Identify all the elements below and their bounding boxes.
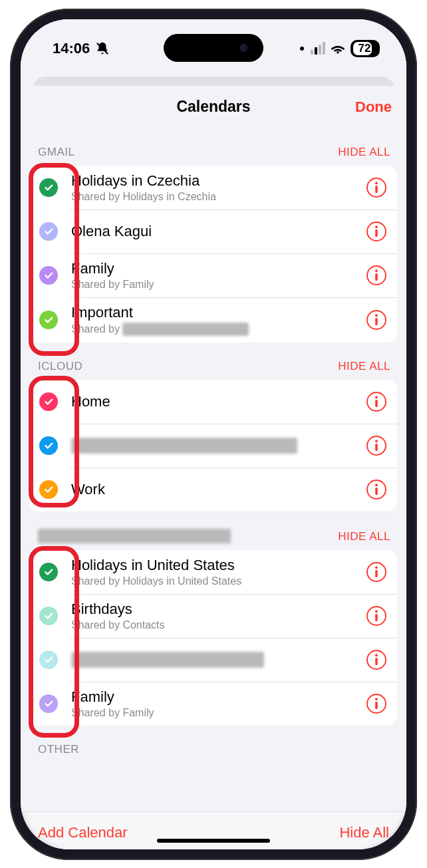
icloud-list: Home …	[30, 380, 397, 511]
svg-rect-8	[375, 318, 378, 325]
checkmark-icon[interactable]	[39, 694, 58, 713]
svg-point-21	[375, 698, 378, 700]
checkmark-icon[interactable]	[39, 392, 58, 411]
calendar-row[interactable]: Family Shared by Family	[30, 253, 397, 297]
row-text: Important Shared by	[71, 304, 360, 336]
hide-all-button[interactable]: HIDE ALL	[338, 530, 390, 543]
bell-silent-icon	[95, 41, 110, 56]
calendar-subtitle: Shared by	[71, 323, 360, 336]
calendar-row[interactable]: Important Shared by	[30, 297, 397, 343]
info-button[interactable]	[366, 480, 386, 500]
calendar-title: Family	[71, 688, 360, 706]
phone-frame: 14:06 72 Cal	[10, 9, 417, 860]
redacted-text	[71, 652, 264, 668]
info-button[interactable]	[366, 694, 386, 714]
row-text: Birthdays Shared by Contacts	[71, 601, 360, 631]
cellular-icon	[311, 42, 325, 55]
row-text: Olena Kagui	[71, 223, 360, 240]
calendar-row[interactable]: Holidays in Czechia Shared by Holidays i…	[30, 166, 397, 210]
calendar-row[interactable]: Birthdays Shared by Contacts	[30, 594, 397, 638]
hide-all-button[interactable]: HIDE ALL	[338, 360, 390, 373]
svg-rect-14	[375, 488, 378, 495]
svg-point-15	[375, 566, 378, 569]
svg-rect-12	[375, 444, 378, 451]
calendar-row[interactable]: Work	[30, 468, 397, 511]
svg-rect-16	[375, 570, 378, 577]
screen: 14:06 72 Cal	[21, 19, 406, 849]
section-label: OTHER	[38, 743, 79, 756]
info-button[interactable]	[366, 562, 386, 582]
svg-rect-22	[375, 702, 378, 709]
hide-all-button[interactable]: HIDE ALL	[338, 146, 390, 159]
row-text: Holidays in United States Shared by Holi…	[71, 557, 360, 587]
checkmark-icon[interactable]	[39, 266, 58, 285]
footer-hide-all-button[interactable]: Hide All	[339, 824, 389, 841]
info-button[interactable]	[366, 265, 386, 285]
checkmark-icon[interactable]	[39, 311, 58, 329]
signal-dot-icon	[300, 47, 304, 51]
svg-rect-6	[375, 273, 378, 281]
sheet-title: Calendars	[176, 98, 250, 116]
checkmark-icon[interactable]	[39, 436, 58, 455]
checkmark-icon[interactable]	[39, 222, 58, 241]
calendar-title: Work	[71, 481, 360, 498]
row-text: Holidays in Czechia Shared by Holidays i…	[71, 172, 360, 203]
info-button[interactable]	[366, 436, 386, 456]
section-header-other: OTHER	[21, 726, 406, 759]
checkmark-icon[interactable]	[39, 651, 58, 669]
calendar-title: Olena Kagui	[71, 223, 360, 240]
checkmark-icon[interactable]	[39, 563, 58, 581]
status-time: 14:06	[53, 40, 90, 57]
row-text	[71, 652, 360, 668]
checkmark-icon[interactable]	[39, 607, 58, 625]
svg-point-9	[375, 396, 378, 398]
svg-point-7	[375, 314, 378, 317]
calendar-list-scroll[interactable]: GMAIL HIDE ALL Holidays in Czechia Share…	[21, 128, 406, 811]
checkmark-icon[interactable]	[39, 178, 58, 197]
info-button[interactable]	[366, 178, 386, 198]
calendar-subtitle: Shared by Contacts	[71, 619, 360, 631]
svg-rect-18	[375, 614, 378, 621]
battery-level: 72	[358, 42, 371, 55]
calendar-row[interactable]: …	[30, 424, 397, 468]
calendar-title: Home	[71, 393, 360, 410]
info-button[interactable]	[366, 392, 386, 412]
svg-point-1	[375, 182, 378, 184]
calendar-subtitle: Shared by Family	[71, 707, 360, 719]
svg-rect-20	[375, 658, 378, 665]
calendar-title: Birthdays	[71, 601, 360, 618]
calendar-title: Holidays in United States	[71, 557, 360, 574]
redacted-text	[38, 529, 231, 543]
svg-rect-2	[375, 186, 378, 193]
svg-point-5	[375, 269, 378, 272]
calendar-row[interactable]: Family Shared by Family	[30, 682, 397, 726]
calendar-row[interactable]: Holidays in United States Shared by Holi…	[30, 550, 397, 594]
svg-rect-10	[375, 400, 378, 407]
done-button[interactable]: Done	[355, 98, 392, 116]
row-text: Work	[71, 481, 360, 498]
info-button[interactable]	[366, 606, 386, 626]
third-account-list: Holidays in United States Shared by Holi…	[30, 550, 397, 726]
row-text: Family Shared by Family	[71, 260, 360, 291]
sheet-footer: Add Calendar Hide All	[21, 811, 406, 849]
redacted-text	[71, 438, 297, 454]
info-button[interactable]	[366, 650, 386, 670]
calendar-row[interactable]: Olena Kagui	[30, 210, 397, 253]
info-button[interactable]	[366, 310, 386, 330]
add-calendar-button[interactable]: Add Calendar	[38, 824, 128, 841]
calendar-title: Holidays in Czechia	[71, 172, 360, 190]
section-label: ICLOUD	[38, 360, 82, 373]
home-indicator[interactable]	[157, 839, 270, 843]
calendar-row[interactable]: Home	[30, 380, 397, 424]
status-left: 14:06	[53, 40, 110, 57]
row-text: …	[71, 437, 360, 454]
calendar-row[interactable]	[30, 638, 397, 682]
svg-point-3	[375, 225, 378, 228]
svg-rect-4	[375, 229, 378, 237]
info-button[interactable]	[366, 221, 386, 241]
svg-point-11	[375, 440, 378, 442]
sheet-header: Calendars Done	[21, 86, 406, 128]
calendars-sheet: Calendars Done GMAIL HIDE ALL	[21, 86, 406, 849]
calendar-subtitle: Shared by Family	[71, 279, 360, 291]
checkmark-icon[interactable]	[39, 480, 58, 499]
